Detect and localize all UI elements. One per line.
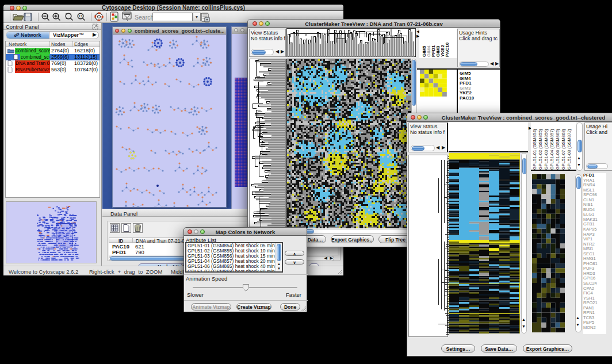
svg-text:GPL51-08 (GSM872): GPL51-08 (GSM872) bbox=[567, 129, 572, 170]
svg-text:GPL51-07 (GSM868): GPL51-07 (GSM868) bbox=[561, 129, 566, 170]
svg-text:GPL51-06 (GSM865): GPL51-06 (GSM865) bbox=[555, 129, 560, 170]
svg-text:GPL51-03 (GSM856): GPL51-03 (GSM856) bbox=[544, 129, 549, 170]
svg-text:GPL51-01 (GSM854): GPL51-01 (GSM854) bbox=[532, 129, 537, 170]
svg-text:1:1: 1:1 bbox=[78, 14, 82, 18]
svg-text:GPL51-02 (GSM855): GPL51-02 (GSM855) bbox=[538, 129, 543, 170]
svg-text:PAC10: PAC10 bbox=[445, 42, 450, 57]
svg-text:GPL51-04 (GSM857): GPL51-04 (GSM857) bbox=[549, 129, 554, 170]
